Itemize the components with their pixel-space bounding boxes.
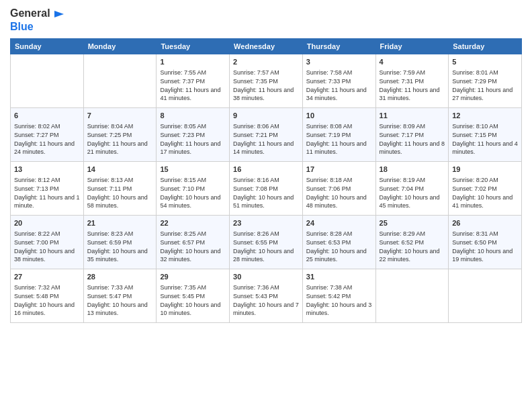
day-info: Sunrise: 8:15 AMSunset: 7:10 PMDaylight:… xyxy=(160,177,220,209)
calendar-week-4: 20Sunrise: 8:22 AMSunset: 7:00 PMDayligh… xyxy=(11,215,522,269)
day-number: 21 xyxy=(87,218,153,228)
day-number: 23 xyxy=(233,218,299,228)
calendar-cell: 23Sunrise: 8:26 AMSunset: 6:55 PMDayligh… xyxy=(230,215,303,269)
day-info: Sunrise: 8:13 AMSunset: 7:11 PMDaylight:… xyxy=(87,177,148,209)
calendar-week-2: 6Sunrise: 8:02 AMSunset: 7:27 PMDaylight… xyxy=(11,107,522,161)
calendar-cell xyxy=(375,269,449,322)
calendar-cell: 29Sunrise: 7:35 AMSunset: 5:45 PMDayligh… xyxy=(157,269,230,322)
calendar-cell: 27Sunrise: 7:32 AMSunset: 5:48 PMDayligh… xyxy=(11,269,84,322)
weekday-header-saturday: Saturday xyxy=(449,38,522,54)
calendar-cell: 12Sunrise: 8:10 AMSunset: 7:15 PMDayligh… xyxy=(449,107,522,161)
day-info: Sunrise: 7:32 AMSunset: 5:48 PMDaylight:… xyxy=(14,284,75,316)
day-number: 22 xyxy=(160,218,226,228)
calendar-cell xyxy=(449,269,522,322)
day-number: 6 xyxy=(14,111,80,121)
calendar-cell: 18Sunrise: 8:19 AMSunset: 7:04 PMDayligh… xyxy=(375,161,449,215)
day-info: Sunrise: 8:23 AMSunset: 6:59 PMDaylight:… xyxy=(87,230,148,263)
calendar-cell: 26Sunrise: 8:31 AMSunset: 6:50 PMDayligh… xyxy=(449,215,522,269)
day-number: 1 xyxy=(160,57,226,67)
day-number: 28 xyxy=(87,272,153,282)
day-info: Sunrise: 8:09 AMSunset: 7:17 PMDaylight:… xyxy=(380,123,445,155)
weekday-header-thursday: Thursday xyxy=(302,38,375,54)
day-info: Sunrise: 8:25 AMSunset: 6:57 PMDaylight:… xyxy=(160,230,220,263)
day-number: 14 xyxy=(87,165,153,175)
day-info: Sunrise: 7:36 AMSunset: 5:43 PMDaylight:… xyxy=(233,284,299,316)
calendar-cell: 20Sunrise: 8:22 AMSunset: 7:00 PMDayligh… xyxy=(11,215,84,269)
day-number: 2 xyxy=(233,57,299,67)
logo-triangle-icon xyxy=(52,8,64,20)
calendar-cell: 5Sunrise: 8:01 AMSunset: 7:29 PMDaylight… xyxy=(449,54,522,107)
day-info: Sunrise: 8:20 AMSunset: 7:02 PMDaylight:… xyxy=(452,177,513,209)
calendar-cell: 13Sunrise: 8:12 AMSunset: 7:13 PMDayligh… xyxy=(11,161,84,215)
day-number: 11 xyxy=(380,111,445,121)
calendar-cell xyxy=(83,54,157,107)
day-info: Sunrise: 8:04 AMSunset: 7:25 PMDaylight:… xyxy=(87,123,148,155)
day-number: 24 xyxy=(306,218,372,228)
calendar-cell: 31Sunrise: 7:38 AMSunset: 5:42 PMDayligh… xyxy=(302,269,375,322)
weekday-header-friday: Friday xyxy=(375,38,449,54)
day-number: 29 xyxy=(160,272,226,282)
day-number: 8 xyxy=(160,111,226,121)
day-info: Sunrise: 8:06 AMSunset: 7:21 PMDaylight:… xyxy=(233,123,294,155)
day-info: Sunrise: 8:05 AMSunset: 7:23 PMDaylight:… xyxy=(160,123,220,155)
calendar-cell xyxy=(11,54,84,107)
day-number: 25 xyxy=(380,218,445,228)
day-info: Sunrise: 8:22 AMSunset: 7:00 PMDaylight:… xyxy=(14,230,75,263)
calendar-cell: 28Sunrise: 7:33 AMSunset: 5:47 PMDayligh… xyxy=(83,269,157,322)
day-number: 16 xyxy=(233,165,299,175)
calendar-cell: 16Sunrise: 8:16 AMSunset: 7:08 PMDayligh… xyxy=(230,161,303,215)
day-info: Sunrise: 8:19 AMSunset: 7:04 PMDaylight:… xyxy=(380,177,440,209)
calendar-cell: 24Sunrise: 8:28 AMSunset: 6:53 PMDayligh… xyxy=(302,215,375,269)
day-info: Sunrise: 8:26 AMSunset: 6:55 PMDaylight:… xyxy=(233,230,294,263)
calendar-cell: 4Sunrise: 7:59 AMSunset: 7:31 PMDaylight… xyxy=(375,54,449,107)
day-number: 9 xyxy=(233,111,299,121)
day-info: Sunrise: 8:31 AMSunset: 6:50 PMDaylight:… xyxy=(452,230,513,263)
calendar-cell: 2Sunrise: 7:57 AMSunset: 7:35 PMDaylight… xyxy=(230,54,303,107)
logo: General Blue xyxy=(10,7,64,33)
logo-text: General Blue xyxy=(10,7,64,33)
day-info: Sunrise: 7:58 AMSunset: 7:33 PMDaylight:… xyxy=(306,69,367,101)
calendar-cell: 22Sunrise: 8:25 AMSunset: 6:57 PMDayligh… xyxy=(157,215,230,269)
day-number: 19 xyxy=(452,165,518,175)
day-info: Sunrise: 8:01 AMSunset: 7:29 PMDaylight:… xyxy=(452,69,513,101)
day-info: Sunrise: 7:59 AMSunset: 7:31 PMDaylight:… xyxy=(380,69,440,101)
calendar-cell: 19Sunrise: 8:20 AMSunset: 7:02 PMDayligh… xyxy=(449,161,522,215)
calendar-cell: 25Sunrise: 8:29 AMSunset: 6:52 PMDayligh… xyxy=(375,215,449,269)
calendar-cell: 30Sunrise: 7:36 AMSunset: 5:43 PMDayligh… xyxy=(230,269,303,322)
weekday-header-row: SundayMondayTuesdayWednesdayThursdayFrid… xyxy=(11,38,522,54)
calendar-page: General Blue SundayMondayTuesdayWednesda… xyxy=(0,0,532,411)
day-info: Sunrise: 7:33 AMSunset: 5:47 PMDaylight:… xyxy=(87,284,148,316)
calendar-cell: 9Sunrise: 8:06 AMSunset: 7:21 PMDaylight… xyxy=(230,107,303,161)
day-info: Sunrise: 8:08 AMSunset: 7:19 PMDaylight:… xyxy=(306,123,367,155)
calendar-cell: 3Sunrise: 7:58 AMSunset: 7:33 PMDaylight… xyxy=(302,54,375,107)
day-info: Sunrise: 7:35 AMSunset: 5:45 PMDaylight:… xyxy=(160,284,220,316)
weekday-header-sunday: Sunday xyxy=(11,38,84,54)
calendar-cell: 11Sunrise: 8:09 AMSunset: 7:17 PMDayligh… xyxy=(375,107,449,161)
day-number: 5 xyxy=(452,57,518,67)
day-info: Sunrise: 8:16 AMSunset: 7:08 PMDaylight:… xyxy=(233,177,294,209)
day-info: Sunrise: 7:38 AMSunset: 5:42 PMDaylight:… xyxy=(306,284,372,316)
calendar-table: SundayMondayTuesdayWednesdayThursdayFrid… xyxy=(10,38,522,323)
day-number: 31 xyxy=(306,272,372,282)
calendar-cell: 21Sunrise: 8:23 AMSunset: 6:59 PMDayligh… xyxy=(83,215,157,269)
calendar-week-5: 27Sunrise: 7:32 AMSunset: 5:48 PMDayligh… xyxy=(11,269,522,322)
day-info: Sunrise: 8:02 AMSunset: 7:27 PMDaylight:… xyxy=(14,123,75,155)
day-number: 15 xyxy=(160,165,226,175)
calendar-cell: 17Sunrise: 8:18 AMSunset: 7:06 PMDayligh… xyxy=(302,161,375,215)
page-header: General Blue xyxy=(10,7,522,33)
day-number: 30 xyxy=(233,272,299,282)
weekday-header-monday: Monday xyxy=(83,38,157,54)
calendar-cell: 10Sunrise: 8:08 AMSunset: 7:19 PMDayligh… xyxy=(302,107,375,161)
day-info: Sunrise: 7:55 AMSunset: 7:37 PMDaylight:… xyxy=(160,69,220,101)
day-info: Sunrise: 8:29 AMSunset: 6:52 PMDaylight:… xyxy=(380,230,440,263)
calendar-cell: 1Sunrise: 7:55 AMSunset: 7:37 PMDaylight… xyxy=(157,54,230,107)
calendar-cell: 6Sunrise: 8:02 AMSunset: 7:27 PMDaylight… xyxy=(11,107,84,161)
day-number: 3 xyxy=(306,57,372,67)
day-number: 13 xyxy=(14,165,80,175)
weekday-header-tuesday: Tuesday xyxy=(157,38,230,54)
day-info: Sunrise: 8:10 AMSunset: 7:15 PMDaylight:… xyxy=(452,123,518,155)
calendar-cell: 8Sunrise: 8:05 AMSunset: 7:23 PMDaylight… xyxy=(157,107,230,161)
day-number: 17 xyxy=(306,165,372,175)
day-info: Sunrise: 8:12 AMSunset: 7:13 PMDaylight:… xyxy=(14,177,80,209)
calendar-week-1: 1Sunrise: 7:55 AMSunset: 7:37 PMDaylight… xyxy=(11,54,522,107)
